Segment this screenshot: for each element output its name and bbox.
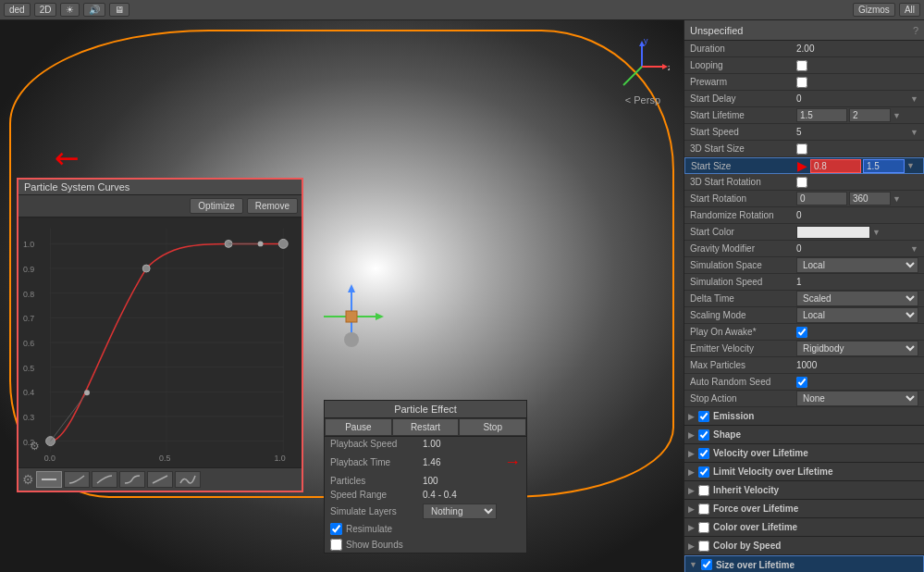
start-size-label: Start Size [691,161,797,171]
svg-marker-8 [348,284,355,292]
auto-random-seed-checkbox[interactable] [796,377,807,388]
remove-button[interactable]: Remove [247,198,298,214]
3d-start-size-checkbox[interactable] [796,143,807,155]
start-size-arrow-icon: ▶ [797,158,807,173]
start-size-input2[interactable] [863,159,905,173]
stop-button[interactable]: Stop [459,418,526,436]
shape-section[interactable]: ▶ Shape [684,426,924,444]
all-dropdown[interactable]: All [899,3,920,17]
svg-text:0.5: 0.5 [159,454,170,463]
start-size-input1[interactable] [810,159,861,173]
curve-flat-btn[interactable] [36,471,62,488]
curve-ease-inout-btn[interactable] [119,471,145,488]
start-lifetime-input1[interactable] [796,108,847,122]
limit-velocity-checkbox[interactable] [698,466,709,478]
force-over-lifetime-section[interactable]: ▶ Force over Lifetime [684,500,924,518]
inspector-header: Unspecified ? [684,20,924,41]
scaling-mode-dropdown[interactable]: Local [796,307,918,323]
shape-checkbox[interactable] [698,429,709,441]
curve-linear-btn[interactable] [147,471,173,488]
force-over-lifetime-arrow-icon: ▶ [688,504,695,514]
emitter-velocity-row: Emitter Velocity Rigidbody [684,341,924,357]
svg-point-39 [142,265,150,272]
svg-text:0.6: 0.6 [23,339,34,348]
start-speed-row: Start Speed 5 ▼ [684,124,924,141]
start-rotation-input1[interactable] [796,192,847,205]
emission-arrow-icon: ▶ [688,412,695,421]
prewarm-row: Prewarm [684,74,924,91]
curves-graph[interactable]: 1.0 0.9 0.8 0.7 0.6 0.5 0.4 0.3 0.2 0.0 … [18,218,302,467]
simulate-layers-row: Simulate Layers Nothing [325,502,526,521]
gizmos-dropdown[interactable]: Gizmos [853,3,895,17]
color-by-speed-checkbox[interactable] [698,541,709,552]
3d-start-rotation-checkbox[interactable] [796,177,807,188]
2d-button[interactable]: 2D [34,3,57,17]
playback-speed-value: 1.00 [423,439,521,449]
playback-speed-label: Playback Speed [330,439,423,449]
simulate-layers-dropdown[interactable]: Nothing [423,504,497,519]
speed-range-value: 0.4 - 0.4 [423,490,521,500]
3d-start-size-label: 3D Start Size [690,143,796,154]
start-color-swatch[interactable] [796,226,870,239]
size-over-lifetime-checkbox[interactable] [701,559,712,570]
inherit-velocity-checkbox[interactable] [698,485,709,496]
limit-velocity-section[interactable]: ▶ Limit Velocity over Lifetime [684,463,924,481]
emission-section[interactable]: ▶ Emission [684,407,924,426]
emitter-velocity-dropdown[interactable]: Rigidbody [796,341,918,356]
3d-start-rotation-label: 3D Start Rotation [690,177,796,187]
stop-action-dropdown[interactable]: None [796,391,918,406]
axis-gizmo[interactable]: y z [614,39,670,96]
size-over-lifetime-section[interactable]: ▼ Size over Lifetime [684,555,924,572]
start-speed-label: Start Speed [690,127,796,137]
color-over-lifetime-checkbox[interactable] [698,522,709,533]
color-by-speed-section[interactable]: ▶ Color by Speed [684,537,924,555]
curve-ease-in-btn[interactable] [64,471,90,488]
prewarm-checkbox[interactable] [796,77,807,88]
curve-ease-out-btn[interactable] [92,471,117,488]
restart-button[interactable]: Restart [392,418,460,436]
svg-text:0.3: 0.3 [23,413,34,422]
svg-text:0.8: 0.8 [23,290,34,299]
start-color-label: Start Color [690,227,796,237]
emitter-velocity-label: Emitter Velocity [690,343,796,354]
color-over-lifetime-section[interactable]: ▶ Color over Lifetime [684,518,924,537]
svg-rect-11 [346,311,357,322]
shape-arrow-icon: ▶ [688,430,695,440]
optimize-button[interactable]: Optimize [190,198,242,214]
max-particles-label: Max Particles [690,360,796,370]
velocity-over-lifetime-checkbox[interactable] [698,448,709,459]
start-size-row: Start Size ▶ ▼ [684,157,924,174]
svg-text:0.7: 0.7 [23,314,34,323]
inherit-velocity-arrow-icon: ▶ [688,486,695,495]
transform-gizmo[interactable] [314,280,388,355]
svg-line-48 [153,476,167,483]
start-rotation-input2[interactable] [849,192,891,205]
looping-checkbox[interactable] [796,60,807,71]
inspector-help-icon[interactable]: ? [913,25,918,36]
prewarm-label: Prewarm [690,77,796,87]
play-on-awake-checkbox[interactable] [796,327,807,338]
sun-icon[interactable]: ☀ [60,3,80,17]
curve-custom-btn[interactable] [175,471,201,488]
pause-button[interactable]: Pause [325,418,392,436]
mode-dropdown[interactable]: ded [4,3,31,17]
randomize-rotation-label: Randomize Rotation [690,210,796,220]
velocity-over-lifetime-section[interactable]: ▶ Velocity over Lifetime [684,444,924,463]
start-lifetime-row: Start Lifetime ▼ [684,107,924,124]
audio-icon[interactable]: 🔊 [83,3,105,17]
simulation-speed-value: 1 [796,277,918,287]
display-icon[interactable]: 🖥 [109,3,129,17]
emission-checkbox[interactable] [698,411,709,422]
inherit-velocity-section[interactable]: ▶ Inherit Velocity [684,481,924,500]
delta-time-dropdown[interactable]: Scaled [796,291,918,306]
simulation-space-dropdown[interactable]: Local [796,257,918,273]
resimulate-checkbox[interactable] [330,523,342,535]
viewport[interactable]: < Persp y z ↙ [0,20,684,572]
playback-time-label: Playback Time [330,457,423,467]
svg-point-43 [84,390,90,395]
svg-text:0.5: 0.5 [23,364,34,373]
show-bounds-checkbox[interactable] [330,539,342,551]
start-lifetime-input2[interactable] [849,108,891,122]
force-over-lifetime-checkbox[interactable] [698,504,709,515]
curves-gear-icon[interactable]: ⚙ [22,472,34,487]
